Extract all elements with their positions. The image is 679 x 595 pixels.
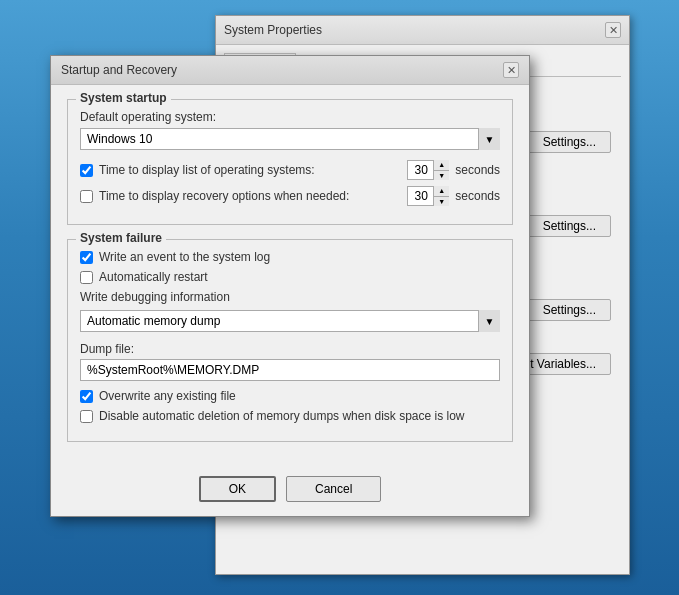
display-recovery-label: Time to display recovery options when ne… bbox=[99, 189, 349, 203]
overwrite-label: Overwrite any existing file bbox=[99, 389, 236, 403]
auto-restart-label: Automatically restart bbox=[99, 270, 208, 284]
display-list-spin-down[interactable]: ▼ bbox=[434, 171, 449, 181]
system-props-title: System Properties bbox=[224, 23, 322, 37]
default-os-label: Default operating system: bbox=[80, 110, 500, 124]
display-list-seconds-wrap: ▲ ▼ seconds bbox=[407, 160, 500, 180]
settings-button-1[interactable]: Settings... bbox=[528, 131, 611, 153]
display-recovery-spinners: ▲ ▼ bbox=[433, 186, 449, 206]
display-list-unit: seconds bbox=[455, 163, 500, 177]
write-event-row: Write an event to the system log bbox=[80, 250, 500, 264]
default-os-select[interactable]: Windows 10 bbox=[80, 128, 500, 150]
write-event-label: Write an event to the system log bbox=[99, 250, 270, 264]
dump-file-label: Dump file: bbox=[80, 342, 500, 356]
display-recovery-unit: seconds bbox=[455, 189, 500, 203]
dialog-body: System startup Default operating system:… bbox=[51, 85, 529, 468]
display-list-spin-up[interactable]: ▲ bbox=[434, 160, 449, 171]
display-recovery-checkbox[interactable] bbox=[80, 190, 93, 203]
disable-auto-delete-row: Disable automatic deletion of memory dum… bbox=[80, 409, 500, 423]
overwrite-checkbox[interactable] bbox=[80, 390, 93, 403]
display-recovery-num-wrap: ▲ ▼ bbox=[407, 186, 449, 206]
system-props-close-button[interactable]: ✕ bbox=[605, 22, 621, 38]
disable-auto-delete-label: Disable automatic deletion of memory dum… bbox=[99, 409, 465, 423]
display-recovery-spin-up[interactable]: ▲ bbox=[434, 186, 449, 197]
system-startup-group: System startup Default operating system:… bbox=[67, 99, 513, 225]
auto-restart-row: Automatically restart bbox=[80, 270, 500, 284]
display-list-spinners: ▲ ▼ bbox=[433, 160, 449, 180]
disable-auto-delete-checkbox[interactable] bbox=[80, 410, 93, 423]
write-event-checkbox[interactable] bbox=[80, 251, 93, 264]
display-recovery-row: Time to display recovery options when ne… bbox=[80, 186, 500, 206]
auto-restart-checkbox[interactable] bbox=[80, 271, 93, 284]
cancel-button[interactable]: Cancel bbox=[286, 476, 381, 502]
system-failure-label: System failure bbox=[76, 231, 166, 245]
display-recovery-seconds-wrap: ▲ ▼ seconds bbox=[407, 186, 500, 206]
debug-select-wrap: Automatic memory dump ▼ bbox=[80, 310, 500, 332]
display-list-checkbox[interactable] bbox=[80, 164, 93, 177]
dialog-title: Startup and Recovery bbox=[61, 63, 177, 77]
debug-info-select[interactable]: Automatic memory dump bbox=[80, 310, 500, 332]
display-recovery-spin-down[interactable]: ▼ bbox=[434, 197, 449, 207]
debug-info-label: Write debugging information bbox=[80, 290, 500, 304]
display-list-num-wrap: ▲ ▼ bbox=[407, 160, 449, 180]
settings-button-2[interactable]: Settings... bbox=[528, 215, 611, 237]
system-props-titlebar: System Properties ✕ bbox=[216, 16, 629, 45]
dialog-titlebar: Startup and Recovery ✕ bbox=[51, 56, 529, 85]
overwrite-row: Overwrite any existing file bbox=[80, 389, 500, 403]
dialog-close-button[interactable]: ✕ bbox=[503, 62, 519, 78]
startup-recovery-dialog: Startup and Recovery ✕ System startup De… bbox=[50, 55, 530, 517]
settings-button-3[interactable]: Settings... bbox=[528, 299, 611, 321]
system-startup-label: System startup bbox=[76, 91, 171, 105]
default-os-select-wrap: Windows 10 ▼ bbox=[80, 128, 500, 150]
display-list-label: Time to display list of operating system… bbox=[99, 163, 315, 177]
ok-button[interactable]: OK bbox=[199, 476, 276, 502]
display-list-row: Time to display list of operating system… bbox=[80, 160, 500, 180]
dialog-footer: OK Cancel bbox=[51, 468, 529, 516]
dump-file-input[interactable] bbox=[80, 359, 500, 381]
system-failure-group: System failure Write an event to the sys… bbox=[67, 239, 513, 442]
